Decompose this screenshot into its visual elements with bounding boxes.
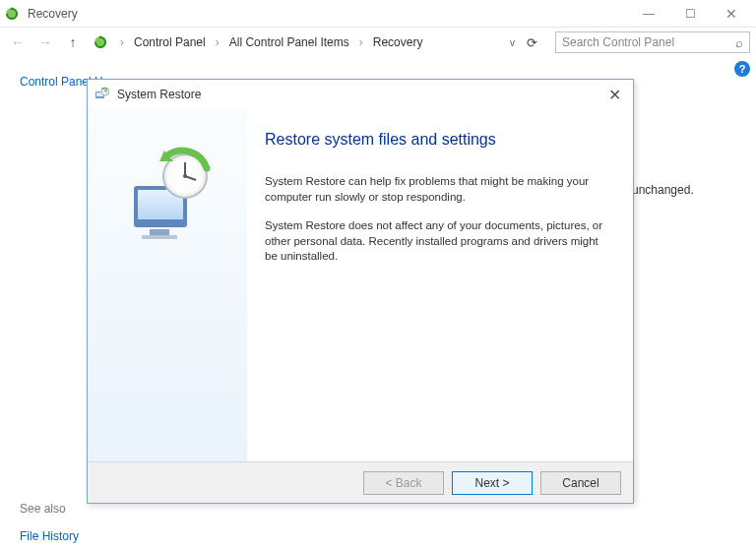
crumb-separator-icon: ›	[212, 35, 223, 49]
cancel-button[interactable]: Cancel	[540, 471, 621, 495]
minimize-button[interactable]: —	[628, 2, 669, 26]
breadcrumb-recovery[interactable]: Recovery	[371, 33, 425, 51]
location-icon	[93, 34, 108, 50]
dialog-paragraph-1: System Restore can help fix problems tha…	[265, 174, 609, 205]
svg-rect-11	[150, 229, 169, 235]
crumb-separator-icon: ›	[116, 35, 128, 49]
address-dropdown-icon[interactable]: v	[508, 37, 517, 48]
close-button[interactable]: ✕	[711, 2, 752, 26]
help-icon[interactable]: ?	[734, 61, 750, 77]
next-button[interactable]: Next >	[452, 471, 533, 495]
breadcrumb-all-items[interactable]: All Control Panel Items	[227, 33, 351, 51]
sidebar-item-file-history[interactable]: File History	[20, 529, 79, 543]
recovery-app-icon	[4, 6, 20, 22]
crumb-separator-icon: ›	[355, 35, 367, 49]
breadcrumb-control-panel[interactable]: Control Panel	[132, 33, 208, 51]
window-title: Recovery	[28, 7, 628, 21]
svg-point-17	[183, 174, 187, 178]
sidebar-see-also-label: See also	[20, 502, 79, 516]
dialog-paragraph-2: System Restore does not affect any of yo…	[265, 218, 609, 265]
search-icon: ⌕	[735, 35, 743, 50]
up-button[interactable]: ↑	[61, 31, 85, 54]
search-placeholder: Search Control Panel	[562, 35, 674, 49]
refresh-button[interactable]: ⟳	[527, 35, 537, 50]
system-restore-icon	[94, 87, 109, 102]
dialog-body: Restore system files and settings System…	[88, 109, 633, 461]
dialog-title: System Restore	[117, 88, 602, 101]
window-titlebar: Recovery — ☐ ✕	[0, 0, 756, 28]
dialog-close-button[interactable]: ✕	[602, 84, 627, 106]
dialog-titlebar: System Restore ✕	[88, 80, 633, 109]
forward-button[interactable]: →	[33, 31, 57, 54]
dialog-heading: Restore system files and settings	[265, 131, 609, 149]
dialog-content: Restore system files and settings System…	[247, 109, 633, 461]
system-restore-dialog: System Restore ✕	[87, 79, 634, 504]
dialog-banner	[88, 109, 247, 461]
system-restore-illustration	[108, 141, 226, 259]
svg-rect-12	[142, 235, 177, 239]
maximize-button[interactable]: ☐	[669, 2, 711, 26]
back-button[interactable]: ←	[6, 31, 30, 54]
back-button: < Back	[363, 471, 444, 495]
window-controls: — ☐ ✕	[628, 2, 752, 26]
dialog-footer: < Back Next > Cancel	[88, 461, 633, 503]
navigation-bar: ← → ↑ › Control Panel › All Control Pane…	[0, 28, 756, 57]
search-input[interactable]: Search Control Panel ⌕	[555, 31, 750, 53]
